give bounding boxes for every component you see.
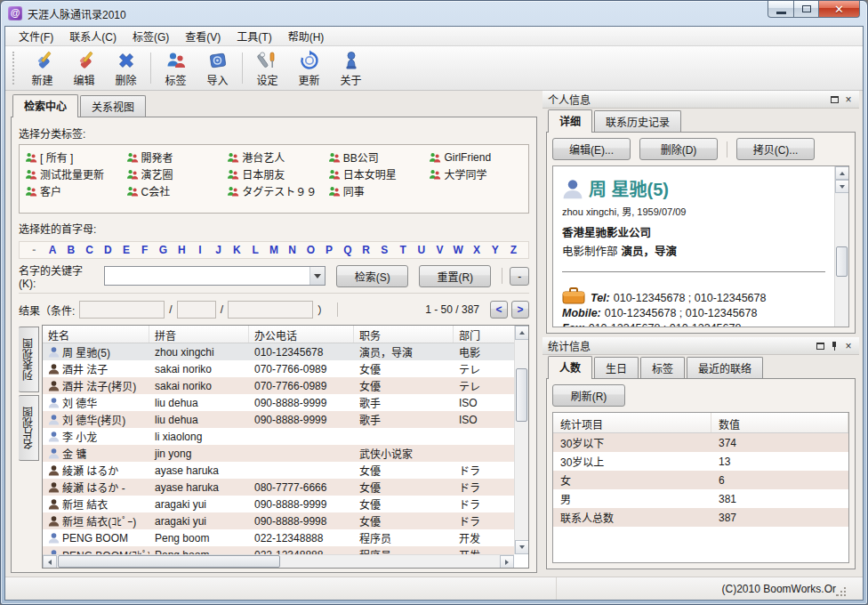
column-stat-value[interactable]: 数值 xyxy=(711,413,848,432)
letter-link[interactable]: Z xyxy=(504,244,523,256)
statistics-row[interactable]: 男 381 xyxy=(553,489,848,508)
statistics-row[interactable]: 30岁以下 374 xyxy=(553,433,848,452)
column-job-title[interactable]: 职务 xyxy=(354,326,454,343)
tag-item[interactable]: [ 所有 ] xyxy=(21,149,123,165)
tag-item[interactable]: 演艺圈 xyxy=(123,166,224,182)
copy-button[interactable]: 拷贝(C)... xyxy=(736,138,815,160)
column-stat-item[interactable]: 统计项目 xyxy=(553,413,711,432)
scroll-up-button[interactable] xyxy=(515,326,529,340)
letter-link[interactable]: Y xyxy=(486,244,504,256)
next-page-button[interactable]: > xyxy=(511,301,529,319)
column-office-phone[interactable]: 办公电话 xyxy=(249,326,354,343)
menu-help[interactable]: 帮助(H) xyxy=(280,26,333,46)
letter-link[interactable]: W xyxy=(449,244,468,256)
letter-link[interactable]: D xyxy=(99,244,117,256)
close-button[interactable]: ✕ xyxy=(819,1,860,18)
collapse-button[interactable]: - xyxy=(510,267,529,286)
letter-link[interactable]: G xyxy=(154,244,173,256)
letter-link[interactable]: C xyxy=(80,244,99,256)
about-button[interactable]: 关于 xyxy=(330,48,372,88)
letter-link[interactable]: J xyxy=(209,244,228,256)
letter-link[interactable]: K xyxy=(228,244,246,256)
panel-float-button[interactable] xyxy=(827,93,841,106)
table-row[interactable]: 酒井 法子 sakai noriko 070-7766-0989 女優 テレ xyxy=(43,360,514,377)
tab-relation-view[interactable]: 关系视图 xyxy=(80,95,146,117)
tag-item[interactable]: GirlFriend xyxy=(425,151,526,164)
letter-link[interactable]: H xyxy=(173,244,191,256)
menu-contacts[interactable]: 联系人(C) xyxy=(61,26,125,46)
tag-item[interactable]: 港台艺人 xyxy=(223,149,325,165)
detail-scrollbar[interactable] xyxy=(834,166,848,327)
letter-link[interactable]: M xyxy=(265,244,284,256)
scroll-left-button[interactable] xyxy=(43,555,57,569)
letter-link[interactable]: I xyxy=(191,244,210,256)
minimize-button[interactable] xyxy=(768,1,794,18)
statistics-row[interactable]: 联系人总数 387 xyxy=(553,508,848,527)
tag-item[interactable]: 大学同学 xyxy=(425,166,526,182)
letter-link[interactable]: P xyxy=(320,244,339,256)
letter-link[interactable]: U xyxy=(412,244,430,256)
tag-item[interactable]: 同事 xyxy=(325,183,426,198)
condition-letter-field[interactable] xyxy=(177,301,216,319)
keyword-input[interactable] xyxy=(105,267,309,285)
horizontal-scroll-thumb[interactable] xyxy=(58,555,280,568)
tab-recent-contacts[interactable]: 最近的联络 xyxy=(687,357,763,378)
letter-link[interactable]: N xyxy=(283,244,301,256)
horizontal-scrollbar[interactable] xyxy=(43,554,514,568)
column-pinyin[interactable]: 拼音 xyxy=(149,326,249,343)
statistics-row[interactable]: 女 6 xyxy=(553,471,848,489)
tab-list-view[interactable]: 列表视图 xyxy=(19,327,39,392)
search-button[interactable]: 检索(S) xyxy=(336,265,408,287)
tag-item[interactable]: BB公司 xyxy=(325,149,426,165)
letter-link[interactable]: T xyxy=(394,244,413,256)
letter-link[interactable]: V xyxy=(430,244,449,256)
tab-detail[interactable]: 详细 xyxy=(548,109,592,133)
scroll-down-button[interactable] xyxy=(515,540,529,554)
tag-item[interactable]: タグテスト９９ xyxy=(223,183,325,198)
letter-link[interactable]: F xyxy=(135,244,154,256)
keyword-dropdown-button[interactable] xyxy=(309,267,325,285)
tag-item[interactable]: 開発者 xyxy=(123,149,224,165)
vertical-scrollbar[interactable] xyxy=(514,326,528,554)
tag-item[interactable]: C会社 xyxy=(123,183,224,198)
menu-view[interactable]: 查看(V) xyxy=(177,26,229,46)
scroll-track[interactable] xyxy=(281,555,500,568)
table-row[interactable]: 酒井 法子(拷贝) sakai noriko 070-7766-0989 女優 … xyxy=(43,377,514,394)
menu-tools[interactable]: 工具(T) xyxy=(229,26,279,46)
panel-close-button[interactable]: × xyxy=(841,93,856,106)
letter-link[interactable]: S xyxy=(375,244,394,256)
scroll-right-button[interactable] xyxy=(500,555,514,569)
statistics-row[interactable]: 30岁以上 13 xyxy=(553,452,848,471)
import-button[interactable]: 导入 xyxy=(197,48,238,88)
tab-people-count[interactable]: 人数 xyxy=(548,356,592,379)
letter-link[interactable]: L xyxy=(246,244,265,256)
scroll-down-button[interactable] xyxy=(835,180,849,193)
tag-item[interactable]: 日本朋友 xyxy=(223,166,325,182)
refresh-button[interactable]: 刷新(R) xyxy=(552,384,625,407)
detail-scroll-thumb[interactable] xyxy=(836,246,848,277)
table-row[interactable]: 綾瀬 はるか ayase haruka 女優 ドラ xyxy=(43,462,514,479)
condition-tag-field[interactable] xyxy=(79,301,165,319)
tag-item[interactable]: 测试批量更新 xyxy=(21,166,123,182)
tag-item[interactable]: 日本女明星 xyxy=(325,166,426,182)
tab-contact-history[interactable]: 联系历史记录 xyxy=(594,110,681,132)
toolbar-grip[interactable] xyxy=(12,52,18,85)
table-row[interactable]: 李 小龙 li xiaolong xyxy=(43,428,514,445)
panel-pin-button[interactable] xyxy=(827,339,841,352)
tag-item[interactable]: 客户 xyxy=(21,183,123,198)
edit-contact-button[interactable]: 编辑 xyxy=(63,48,105,88)
tab-search-center[interactable]: 检索中心 xyxy=(12,94,78,117)
letter-link[interactable]: R xyxy=(357,244,375,256)
menu-file[interactable]: 文件(F) xyxy=(11,26,61,46)
new-contact-button[interactable]: 新建 xyxy=(21,48,63,88)
delete-contact-button[interactable]: 删除 xyxy=(105,48,147,88)
letter-link[interactable]: E xyxy=(117,244,136,256)
menu-tags[interactable]: 标签(G) xyxy=(125,26,177,46)
scroll-up-button[interactable] xyxy=(835,166,849,180)
prev-page-button[interactable]: < xyxy=(490,301,508,319)
letter-link[interactable]: Q xyxy=(338,244,357,256)
letter-link[interactable]: A xyxy=(44,244,62,256)
letter-link[interactable]: B xyxy=(61,244,80,256)
table-row[interactable]: 新垣 結衣(ｺﾋﾟｰ) aragaki yui 090-8888-9998 女優… xyxy=(43,512,514,529)
table-row[interactable]: 金 镛 jin yong 武侠小说家 xyxy=(43,445,514,462)
